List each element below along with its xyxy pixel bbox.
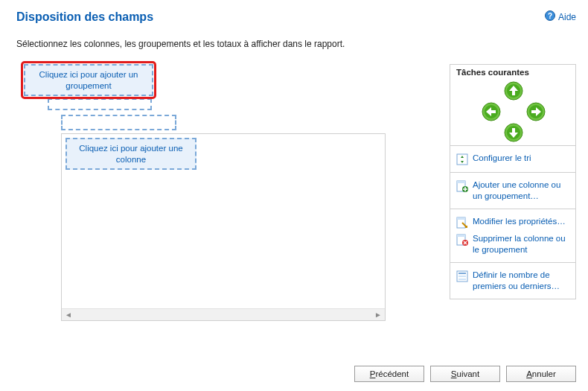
arrow-right-icon	[526, 102, 546, 121]
svg-text:?: ?	[548, 12, 552, 20]
delete-column-group-link[interactable]: Supprimer la colonne ou le groupement	[453, 231, 572, 258]
sort-icon	[456, 153, 468, 165]
help-link-label: Aide	[558, 12, 576, 22]
task-label: Configurer le tri	[473, 153, 531, 164]
move-down-button[interactable]	[504, 123, 523, 142]
svg-rect-23	[458, 279, 466, 280]
tasks-panel: Tâches courantes	[450, 64, 576, 299]
svg-rect-21	[458, 273, 466, 274]
top-n-link[interactable]: Définir le nombre de premiers ou dernier…	[453, 267, 572, 294]
add-group-label: Cliquez ici pour ajouter un groupement	[30, 69, 147, 91]
svg-rect-12	[457, 181, 465, 183]
arrow-left-icon	[482, 102, 501, 121]
group-placeholder	[48, 98, 152, 110]
move-arrows	[450, 78, 575, 145]
svg-rect-15	[457, 217, 465, 220]
add-icon	[456, 180, 468, 192]
task-label: Modifier les propriétés…	[473, 216, 566, 227]
help-icon: ?	[545, 10, 555, 23]
tasks-header: Tâches courantes	[450, 65, 575, 78]
svg-rect-16	[465, 226, 467, 228]
arrow-down-icon	[504, 123, 523, 142]
instructions-text: Sélectionnez les colonnes, les groupemen…	[16, 39, 576, 49]
add-column-group-link[interactable]: Ajouter une colonne ou un groupement…	[453, 177, 572, 204]
properties-icon	[456, 217, 468, 229]
configure-sort-link[interactable]: Configurer le tri	[453, 150, 572, 168]
add-column-label: Cliquez ici pour ajouter une colonne	[71, 143, 191, 165]
columns-frame: Cliquez ici pour ajouter une colonne ◄ ►	[61, 133, 386, 321]
move-up-button[interactable]	[504, 81, 523, 101]
group-placeholder	[61, 115, 176, 130]
chevron-right-icon: ►	[374, 311, 382, 319]
help-link[interactable]: ? Aide	[545, 10, 576, 23]
task-label: Ajouter une colonne ou un groupement…	[473, 179, 569, 202]
wizard-buttons: Précédent Suivant Annuler	[354, 366, 576, 382]
page-title: Disposition des champs	[16, 10, 153, 24]
design-area: Cliquez ici pour ajouter un groupement C…	[16, 64, 420, 321]
svg-rect-18	[457, 235, 465, 237]
add-group-button[interactable]: Cliquez ici pour ajouter un groupement	[24, 64, 153, 96]
arrow-up-icon	[504, 81, 523, 101]
task-label: Supprimer la colonne ou le groupement	[473, 233, 569, 255]
svg-rect-22	[458, 276, 466, 277]
move-left-button[interactable]	[482, 102, 501, 121]
move-right-button[interactable]	[526, 102, 546, 121]
previous-button[interactable]: Précédent	[354, 366, 424, 382]
edit-properties-link[interactable]: Modifier les propriétés…	[453, 214, 572, 231]
cancel-button[interactable]: Annuler	[506, 366, 576, 382]
chevron-left-icon: ◄	[65, 311, 72, 319]
delete-icon	[456, 234, 468, 246]
topn-icon	[456, 270, 468, 282]
horizontal-scrollbar[interactable]: ◄ ►	[62, 308, 385, 320]
add-column-button[interactable]: Cliquez ici pour ajouter une colonne	[65, 138, 196, 170]
task-label: Définir le nombre de premiers ou dernier…	[473, 270, 569, 292]
next-button[interactable]: Suivant	[430, 366, 500, 382]
